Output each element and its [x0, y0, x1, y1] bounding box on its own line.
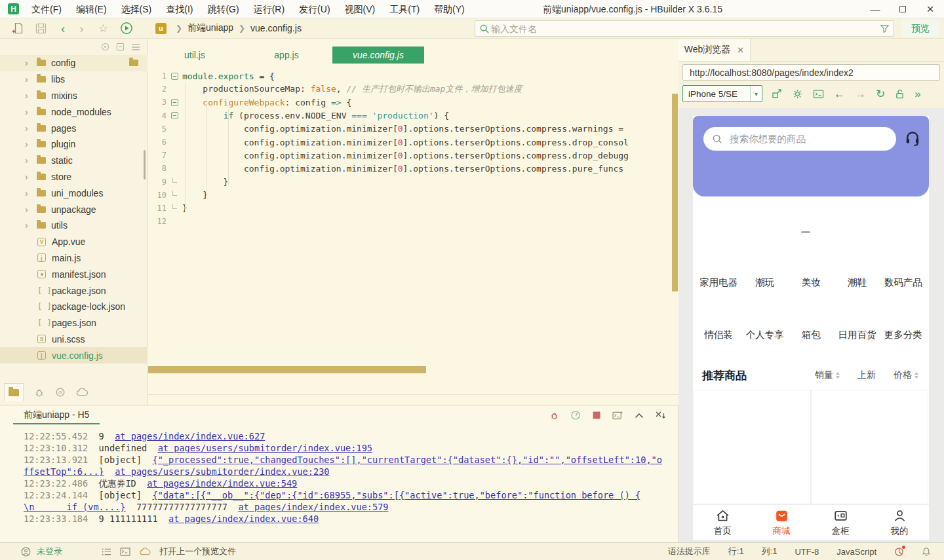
tree-file-App.vue[interactable]: VApp.vue [0, 234, 148, 250]
language-mode[interactable]: JavaScript [836, 547, 876, 557]
tree-folder-plugin[interactable]: ›plugin [0, 136, 148, 153]
new-file-button[interactable] [12, 22, 24, 34]
editor-tab-vue.config.js[interactable]: vue.config.js [332, 47, 424, 64]
tree-file-uni.scss[interactable]: Suni.scss [0, 331, 148, 348]
category-潮玩[interactable]: 潮玩 [741, 276, 787, 294]
tree-folder-utils[interactable]: ›utils [0, 217, 148, 234]
more-actions-icon[interactable]: » [914, 88, 920, 100]
console-clear-icon[interactable] [655, 411, 666, 420]
tree-file-vue.config.js[interactable]: jvue.config.js [0, 347, 148, 364]
terminal-icon[interactable] [120, 548, 130, 556]
app-tab-我的[interactable]: 我的 [870, 505, 929, 540]
browser-back-icon[interactable]: ← [834, 88, 845, 100]
tree-file-main.js[interactable]: jmain.js [0, 250, 148, 267]
devtools-console-icon[interactable] [813, 89, 824, 99]
editor-horizontal-scrollbar[interactable] [148, 366, 426, 373]
menu-item[interactable]: 查找(I) [159, 0, 200, 18]
console-terminal-icon[interactable] [612, 411, 623, 420]
run-button[interactable] [120, 22, 133, 35]
tree-folder-libs[interactable]: ›libs [0, 71, 148, 88]
console-link[interactable]: at pages/index/index.vue:627 [115, 431, 265, 441]
sort-销量[interactable]: 销量 [815, 369, 840, 381]
close-button[interactable]: × [916, 0, 944, 18]
tree-folder-static[interactable]: ›static [0, 153, 148, 169]
console-restart-icon[interactable] [570, 410, 581, 420]
tree-folder-uni_modules[interactable]: ›uni_modules [0, 185, 148, 201]
product-card[interactable] [694, 390, 811, 504]
category-箱包[interactable]: 箱包 [788, 329, 834, 346]
tree-folder-unpackage[interactable]: ›unpackage [0, 201, 148, 217]
git-icon[interactable]: G [55, 387, 66, 398]
fold-minus-icon[interactable]: − [171, 73, 178, 80]
collapse-all-icon[interactable] [116, 43, 125, 51]
usage-pie-icon[interactable] [894, 547, 904, 557]
cursor-line[interactable]: 行:1 [728, 546, 744, 557]
device-selector[interactable]: iPhone 5/SE ▾ [682, 85, 762, 102]
refresh-icon[interactable]: ↻ [876, 88, 885, 100]
tree-file-package-lock.json[interactable]: [ ]package-lock.json [0, 299, 148, 315]
tree-folder-pages[interactable]: ›pages [0, 120, 148, 136]
browser-forward-icon[interactable]: → [855, 88, 866, 100]
syntax-library[interactable]: 语法提示库 [668, 546, 711, 557]
console-stop-icon[interactable] [592, 411, 601, 420]
nav-forward-button[interactable]: › [79, 22, 83, 35]
menu-item[interactable]: 选择(S) [114, 0, 159, 18]
app-tab-商城[interactable]: 商城 [752, 505, 811, 540]
console-tab[interactable]: 前端uniapp - H5 [13, 405, 100, 424]
nav-back-button[interactable]: ‹ [61, 22, 65, 35]
tree-file-pages.json[interactable]: [ ]pages.json [0, 315, 148, 331]
favorite-star-button[interactable]: ☆ [98, 23, 108, 34]
menu-item[interactable]: 文件(F) [24, 0, 69, 18]
menu-item[interactable]: 跳转(G) [200, 0, 246, 18]
tree-folder-config[interactable]: ›config [0, 55, 148, 71]
debug-bug-icon[interactable] [34, 387, 45, 398]
console-link[interactable]: at pages/users/submitorder/index.vue:230 [115, 466, 329, 477]
product-card[interactable] [811, 390, 928, 504]
preview-button[interactable]: 预览 [902, 20, 939, 37]
customer-service-headphone-icon[interactable] [903, 128, 922, 147]
encoding[interactable]: UTF-8 [795, 547, 819, 557]
editor-tab-util.js[interactable]: util.js [149, 47, 241, 64]
menu-item[interactable]: 编辑(E) [69, 0, 114, 18]
filter-funnel-icon[interactable] [880, 24, 890, 33]
login-status[interactable]: 未登录 [21, 546, 62, 557]
open-external-icon[interactable] [772, 88, 782, 99]
save-button[interactable] [35, 23, 47, 34]
console-debug-icon[interactable] [549, 411, 559, 420]
open-previous-preview[interactable]: 打开上一个预览文件 [159, 546, 236, 557]
fold-gutter[interactable]: − [167, 112, 182, 119]
console-link[interactable]: at pages/index/index.vue:549 [147, 478, 297, 489]
category-美妆[interactable]: 美妆 [788, 276, 834, 294]
console-link[interactable]: at pages/index/index.vue:640 [168, 513, 319, 524]
menu-item[interactable]: 帮助(Y) [427, 0, 472, 18]
cursor-column[interactable]: 列:1 [762, 546, 777, 557]
tree-folder-store[interactable]: ›store [0, 169, 148, 185]
web-browser-tab[interactable]: Web浏览器 ✕ [678, 39, 751, 61]
console-link[interactable]: at pages/index/index.vue:579 [238, 502, 388, 512]
settings-gear-icon[interactable] [792, 88, 803, 100]
menu-item[interactable]: 运行(R) [246, 0, 292, 18]
code-editor[interactable]: 1−module.exports = {2 productionSourceMa… [148, 64, 678, 384]
fold-gutter[interactable]: − [167, 73, 182, 80]
cloud-sync-icon[interactable] [139, 547, 151, 556]
sort-上新[interactable]: 上新 [857, 369, 876, 381]
fold-gutter[interactable]: − [167, 99, 182, 106]
tree-file-package.json[interactable]: [ ]package.json [0, 282, 148, 299]
unlock-icon[interactable] [895, 88, 905, 100]
app-tab-盒柜[interactable]: 盒柜 [811, 505, 870, 540]
explorer-menu-icon[interactable] [131, 43, 140, 51]
menu-item[interactable]: 工具(T) [382, 0, 427, 18]
console-link[interactable]: at pages/users/submitorder/index.vue:195 [158, 443, 372, 453]
sort-价格[interactable]: 价格 [894, 369, 918, 381]
app-search-input[interactable] [728, 133, 873, 145]
category-个人专享[interactable]: 个人专享 [741, 329, 787, 346]
editor-vertical-scrollbar[interactable] [672, 94, 678, 291]
outline-list-icon[interactable] [102, 548, 111, 556]
maximize-button[interactable] [889, 0, 916, 18]
category-情侣装[interactable]: 情侣装 [696, 329, 741, 346]
breadcrumb-file[interactable]: vue.config.js [250, 23, 302, 33]
explorer-scrollbar[interactable] [144, 150, 146, 179]
url-input[interactable] [682, 64, 940, 81]
cloud-icon[interactable] [76, 387, 88, 397]
tree-file-manifest.json[interactable]: manifest.json [0, 266, 148, 282]
